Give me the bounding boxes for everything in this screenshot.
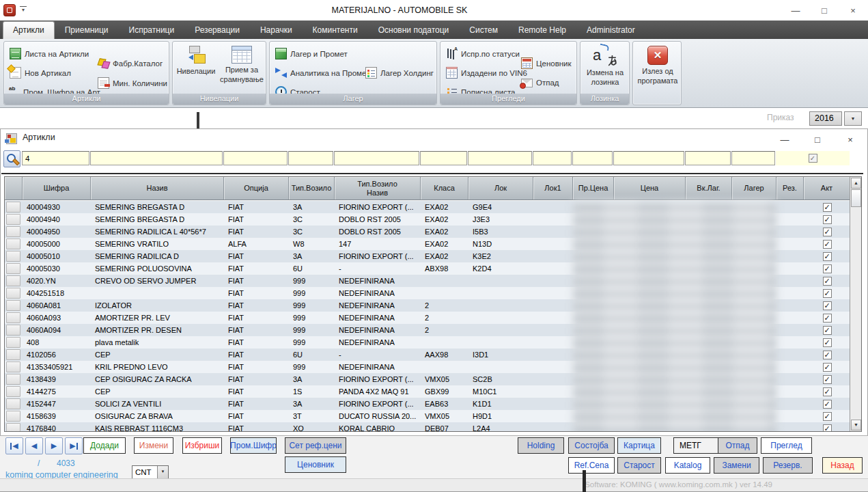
tab-rezervacii[interactable]: Резервации [184,21,250,39]
active-checkbox[interactable]: ✓ [823,387,832,396]
column-header-cena[interactable]: Цена [614,177,686,200]
column-header-rez[interactable]: Рез. [776,177,804,200]
column-header-tip-vozilo[interactable]: Тип.Возило [289,177,335,200]
active-checkbox[interactable]: ✓ [823,264,832,273]
child-close-button[interactable]: × [845,135,856,145]
column-header-lager[interactable]: Лагер [732,177,776,200]
delete-button[interactable]: Избриши [182,437,222,454]
tab-naracki[interactable]: Нарачки [250,21,303,39]
ribbon-item-analitika-na-promet[interactable]: Аналитика на Промет [275,67,369,79]
row-selector[interactable] [5,422,23,432]
column-header-opcija[interactable]: Опција [224,177,289,200]
filter-input-tip-vozilo-naziv[interactable] [334,151,419,165]
scrollbar-thumb[interactable] [851,189,861,207]
column-header-klasa[interactable]: Класа [421,177,468,200]
active-checkbox[interactable]: ✓ [823,412,832,421]
row-selector[interactable] [5,299,23,312]
status-button[interactable]: Состојба [568,437,615,454]
active-checkbox[interactable]: ✓ [823,228,832,236]
row-selector[interactable] [5,398,23,410]
filter-input-klasa[interactable] [420,151,467,165]
filter-input-cena[interactable] [613,151,684,165]
active-checkbox[interactable]: ✓ [823,277,832,286]
row-selector[interactable] [5,275,23,287]
filter-search-icon[interactable] [3,150,20,167]
scroll-down-icon[interactable]: ▼ [851,420,861,430]
ribbon-item-izdadeni-po-vin6[interactable]: Издадени по VIN6 [446,67,527,79]
active-checkbox[interactable]: ✓ [823,400,832,409]
set-ref-prices-button[interactable]: Сет реф.цени [285,437,346,454]
display-year-dropdown-arrow-icon[interactable]: ▼ [844,111,862,126]
catalog-button[interactable]: Katalog [665,457,710,474]
row-selector[interactable] [5,312,23,324]
active-checkbox[interactable]: ✓ [823,314,832,323]
change-code-button[interactable]: Пром.Шифр [230,437,277,454]
ribbon-item-lager-holding[interactable]: Лагер Холдинг [365,67,434,79]
ribbon-item-min-kolicini[interactable]: Мин. Количини [98,77,167,89]
close-button[interactable]: × [848,5,858,16]
filter-input-lok1[interactable] [533,151,572,165]
active-checkbox[interactable]: ✓ [823,301,832,310]
active-checkbox[interactable]: ✓ [823,240,832,249]
card-button[interactable]: Картица [617,437,661,454]
tab-komintenti[interactable]: Коминтенти [303,21,368,39]
ribbon-item-fabr-katalog[interactable]: Фабр.Каталог [98,57,163,69]
row-selector[interactable] [5,324,23,336]
filter-input-lok[interactable] [468,151,532,165]
tab-artikli[interactable]: Артикли [3,21,55,39]
cnt-select[interactable]: CNT ▼ [132,465,169,479]
active-checkbox[interactable]: ✓ [823,252,832,261]
column-header-naziv[interactable]: Назив [91,177,224,200]
ribbon-item-izlez-od-programata[interactable]: ✕ Излез од програмата [634,46,681,86]
filter-input-vk-lag[interactable] [685,151,731,165]
row-selector[interactable] [5,373,23,385]
row-selector[interactable] [5,250,23,262]
ribbon-item-cenovnik[interactable]: Ценовник [521,57,572,69]
preview-button[interactable]: Преглед [761,437,812,454]
row-selector[interactable] [5,336,23,348]
child-maximize-button[interactable]: □ [812,135,823,145]
active-checkbox[interactable]: ✓ [823,215,832,224]
row-selector[interactable] [5,213,23,226]
filter-input-pr-cena[interactable] [572,151,613,165]
tab-administrator[interactable]: Administrator [576,21,645,39]
reservations-button[interactable]: Резерв. [763,457,813,474]
active-checkbox[interactable]: ✓ [823,375,832,384]
add-button[interactable]: Додади [83,437,126,454]
ribbon-item-priem-za-sramnuvanje[interactable]: Прием за срамнување [218,44,266,85]
filter-active-checkbox[interactable]: ✓ [809,154,817,163]
column-header-akt[interactable]: Акт [804,177,850,200]
edit-button[interactable]: Измени [134,437,173,454]
maximize-button[interactable]: □ [819,5,830,16]
row-selector[interactable] [5,238,23,250]
filter-input-sifra[interactable] [22,151,89,165]
age-button[interactable]: Старост [617,457,661,474]
vertical-scrollbar[interactable]: ▲ ▼ [850,177,861,431]
metg-field[interactable]: МЕТГ [673,437,718,454]
tab-ispratnici[interactable]: Испратници [119,21,185,39]
active-checkbox[interactable]: ✓ [823,424,832,433]
active-checkbox[interactable]: ✓ [823,351,832,359]
scrap-button[interactable]: Отпад [718,437,757,454]
column-header-lok1[interactable]: Лок1 [533,177,573,200]
holding-button[interactable]: Holding [518,437,564,454]
back-button[interactable]: Назад [822,457,863,474]
nav-next-button[interactable]: ▶ [45,437,63,454]
nav-last-button[interactable]: ▶ [65,437,83,454]
ribbon-item-lista-na-artikli[interactable]: Листа на Артикли [10,48,89,59]
column-header-lok[interactable]: Лок [468,177,533,200]
filter-input-tip-vozilo[interactable] [288,151,333,165]
display-year-select[interactable]: 2016 [809,111,842,126]
active-checkbox[interactable]: ✓ [823,289,832,298]
active-checkbox[interactable]: ✓ [823,326,832,335]
row-selector[interactable] [5,262,23,275]
price-list-button[interactable]: Ценовник [285,456,346,473]
ribbon-item-izmena-na-lozinka[interactable]: a Измена на лозинка [582,44,628,87]
row-selector[interactable] [5,287,23,299]
column-header-sifra[interactable]: Шифра [23,177,91,200]
child-minimize-button[interactable]: — [779,135,790,145]
column-header-vk-lag[interactable]: Вк.Лаг. [686,177,732,200]
ribbon-item-lager-i-promet[interactable]: Лагер и Промет [275,48,348,59]
filter-input-lager[interactable] [731,151,775,165]
nav-first-button[interactable]: ◀ [5,437,23,454]
